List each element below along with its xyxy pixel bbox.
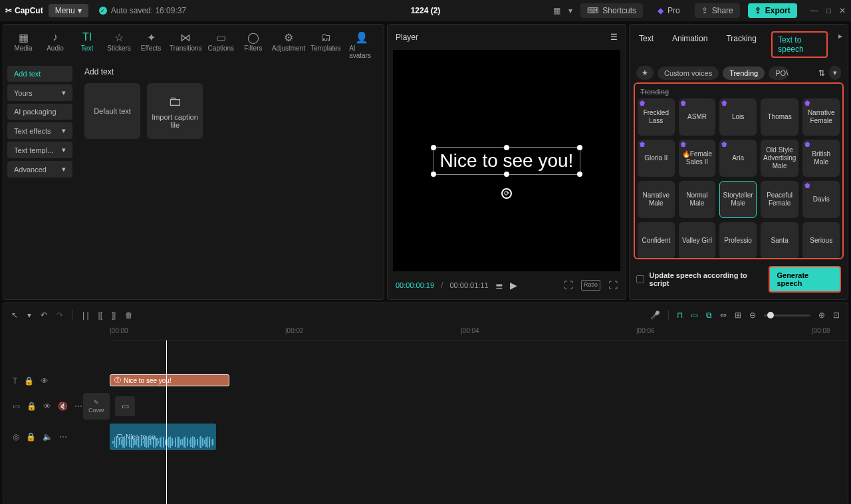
voice-british-male[interactable]: British Male: [802, 140, 840, 177]
split-icon[interactable]: | |: [82, 311, 89, 320]
pov-filter[interactable]: POV: [769, 66, 789, 80]
voice-old-style-advertising-male[interactable]: Old Style Advertising Male: [761, 140, 798, 177]
fullscreen-icon[interactable]: ⛶: [608, 280, 618, 291]
voice-davis[interactable]: Davis: [802, 181, 840, 218]
sort-icon[interactable]: ⇅: [818, 68, 825, 78]
favorite-filter[interactable]: ★: [636, 66, 654, 80]
tab-text-to-speech[interactable]: Text to speech: [771, 31, 828, 58]
voice-storyteller-male[interactable]: Storyteller Male: [719, 181, 757, 218]
minimize-icon[interactable]: —: [810, 6, 818, 15]
share-button[interactable]: ⇪Share: [695, 3, 740, 18]
mute-icon[interactable]: 🔈: [43, 432, 53, 441]
preview-icon[interactable]: ▭: [691, 311, 698, 320]
maximize-icon[interactable]: □: [826, 6, 831, 15]
text-box[interactable]: Nice to see you!: [433, 147, 581, 175]
sidebar-item-yours[interactable]: Yours▾: [7, 84, 72, 101]
menu-icon[interactable]: ☰: [610, 33, 618, 42]
audio-clip[interactable]: 🗩Nice to se...: [110, 424, 216, 450]
lefttab-effects[interactable]: ✦Effects: [136, 29, 166, 62]
focus-icon[interactable]: ⛶: [564, 280, 573, 291]
layout-icon[interactable]: ▦: [553, 6, 560, 15]
ratio-button[interactable]: Ratio: [581, 280, 600, 291]
trending-filter[interactable]: Trending: [723, 66, 765, 80]
custom-voices-filter[interactable]: Custom voices: [658, 66, 719, 80]
timeline-ruler[interactable]: |00:00|00:02|00:04|00:06|00:08: [110, 327, 848, 340]
voice-narrative-male[interactable]: Narrative Male: [638, 181, 675, 218]
sidebar-item-text-effects[interactable]: Text effects▾: [7, 122, 72, 139]
voice-peaceful-female[interactable]: Peaceful Female: [761, 181, 798, 218]
voice-asmr[interactable]: ASMR: [679, 98, 716, 136]
zoom-in-icon[interactable]: ⊕: [818, 311, 825, 320]
voice-normal-male[interactable]: Normal Male: [679, 181, 716, 218]
cursor-icon[interactable]: ↖: [11, 311, 18, 320]
voice-thomas[interactable]: Thomas: [761, 98, 798, 136]
zoom-slider[interactable]: [764, 315, 810, 316]
mute-icon[interactable]: 🔇: [58, 402, 68, 411]
play-icon[interactable]: ▶: [510, 280, 517, 291]
lefttab-transitions[interactable]: ⋈Transitions: [168, 29, 203, 62]
lock-icon[interactable]: 🔒: [26, 432, 36, 441]
rotate-icon[interactable]: ⟳: [501, 188, 512, 199]
shortcuts-button[interactable]: ⌨Shortcuts: [580, 3, 643, 18]
sidebar-item-ai-packaging[interactable]: AI packaging: [7, 104, 72, 120]
undo-icon[interactable]: ↶: [41, 311, 47, 320]
tab-animation[interactable]: Animation: [668, 31, 711, 58]
lefttab-stickers[interactable]: ☆Stickers: [104, 29, 134, 62]
lefttab-captions[interactable]: ▭Captions: [206, 29, 236, 62]
split-right-icon[interactable]: ]|: [112, 311, 116, 320]
voice-narrative-female[interactable]: Narrative Female: [802, 98, 840, 136]
more-filter[interactable]: ▾: [829, 66, 841, 80]
more-icon[interactable]: ⋯: [74, 402, 82, 411]
tab-text[interactable]: Text: [635, 31, 658, 58]
lefttab-templates[interactable]: 🗂Templates: [309, 29, 342, 62]
export-button[interactable]: ⇪Export: [748, 3, 797, 18]
settings-icon[interactable]: ⊞: [735, 311, 741, 320]
sidebar-item-advanced[interactable]: Advanced▾: [7, 161, 72, 178]
generate-speech-button[interactable]: Generate speech: [769, 266, 841, 293]
lefttab-media[interactable]: ▦Media: [9, 29, 38, 62]
split-left-icon[interactable]: |[: [98, 311, 102, 320]
lefttab-ai-avatars[interactable]: 👤AI avatars: [345, 29, 378, 62]
redo-icon[interactable]: ↷: [57, 311, 63, 320]
chevron-down-icon[interactable]: ▾: [568, 6, 572, 15]
chevron-down-icon[interactable]: ▾: [27, 311, 31, 320]
mic-icon[interactable]: 🎤: [650, 311, 660, 320]
delete-icon[interactable]: 🗑: [125, 311, 133, 320]
import-caption-card[interactable]: 🗀 Import caption file: [147, 83, 203, 139]
lock-icon[interactable]: 🔒: [27, 402, 37, 411]
more-icon[interactable]: ▸: [838, 31, 842, 58]
align-icon[interactable]: ⇔: [720, 311, 727, 320]
fit-icon[interactable]: ⊡: [833, 311, 840, 320]
voice-santa[interactable]: Santa: [761, 222, 798, 259]
lock-icon[interactable]: 🔒: [24, 376, 34, 386]
magnet-icon[interactable]: ⊓: [677, 311, 683, 320]
lefttab-adjustment[interactable]: ⚙Adjustment: [271, 29, 306, 62]
update-speech-checkbox[interactable]: [636, 275, 644, 283]
menu-button[interactable]: Menu▾: [49, 4, 88, 17]
voice-freckled-lass[interactable]: Freckled Lass: [638, 98, 675, 136]
eye-icon[interactable]: 👁: [43, 402, 51, 411]
list-icon[interactable]: ≣: [495, 280, 503, 291]
video-thumb[interactable]: ▭: [115, 396, 135, 416]
voice-aria[interactable]: Aria: [719, 140, 757, 177]
voice-gloria-ii[interactable]: Gloria II: [638, 140, 675, 177]
tab-tracking[interactable]: Tracking: [722, 31, 761, 58]
player-canvas[interactable]: Nice to see you! ⟳: [393, 50, 620, 271]
default-text-card[interactable]: Default text: [84, 83, 140, 139]
voice-serious[interactable]: Serious: [802, 222, 840, 259]
pro-button[interactable]: ◆Pro: [651, 3, 687, 18]
sidebar-item-text-templ-[interactable]: Text templ...▾: [7, 142, 72, 158]
text-clip[interactable]: Ⓣ Nice to see you!: [110, 374, 229, 386]
playhead[interactable]: [166, 340, 167, 504]
voice-lois[interactable]: Lois: [719, 98, 757, 136]
cover-button[interactable]: ✎ Cover: [83, 393, 110, 420]
close-icon[interactable]: ✕: [839, 6, 846, 15]
more-icon[interactable]: ⋯: [59, 432, 67, 441]
voice-confident[interactable]: Confident: [638, 222, 675, 259]
voice-professio[interactable]: Professio: [719, 222, 757, 259]
zoom-out-icon[interactable]: ⊖: [749, 311, 756, 320]
link-icon[interactable]: ⧉: [706, 311, 712, 320]
lefttab-audio[interactable]: ♪Audio: [41, 29, 70, 62]
lefttab-text[interactable]: TIText: [72, 29, 102, 62]
voice--female-sales-ii[interactable]: 🔥Female Sales II: [679, 140, 716, 177]
